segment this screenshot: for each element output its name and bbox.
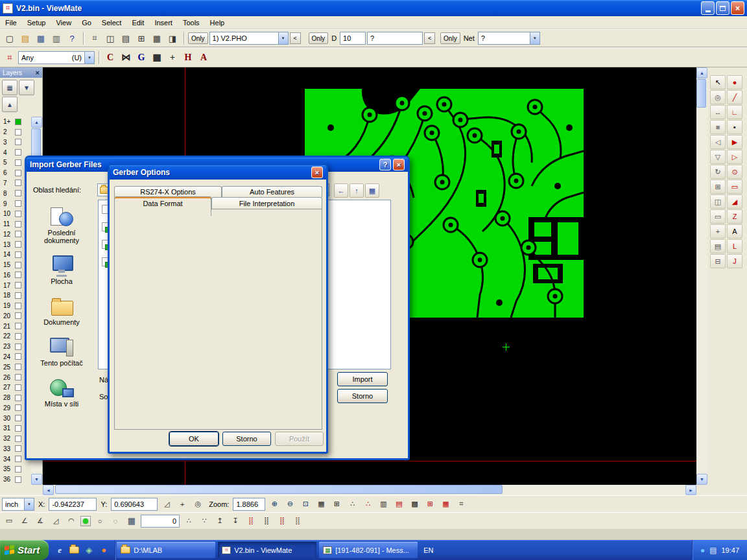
import-button[interactable]: Import [337, 372, 388, 386]
tab-auto-features[interactable]: Auto Features [222, 186, 322, 197]
pads-dots-red-icon[interactable]: ∴ [361, 497, 375, 511]
scroll-down-icon[interactable]: ▼ [31, 474, 42, 485]
menu-item[interactable]: Tools [178, 16, 205, 29]
scroll-up-icon[interactable]: ▲ [31, 117, 42, 128]
mirror-view-icon[interactable]: ◨ [165, 31, 180, 45]
draw-triangle-icon[interactable]: ▷ [727, 150, 742, 164]
layer-row[interactable]: 36 [0, 474, 31, 485]
layer-color-swatch[interactable] [15, 129, 21, 135]
rotate-icon[interactable]: ↻ [710, 165, 726, 179]
angle-icon[interactable]: ∠ [18, 514, 32, 528]
anchor-up-icon[interactable]: ↥ [213, 514, 227, 528]
menu-item[interactable]: File [0, 16, 22, 29]
layer-color-swatch[interactable] [15, 476, 21, 483]
layer-color-swatch[interactable] [15, 180, 21, 186]
layer-color-swatch[interactable] [15, 353, 21, 360]
pattern-b-icon[interactable]: ▤ [392, 497, 406, 511]
layer-up-button[interactable]: ▲ [2, 97, 18, 112]
layer-color-swatch[interactable] [15, 312, 21, 319]
layer-color-swatch[interactable] [15, 323, 21, 329]
diag-measure-icon[interactable]: ◿ [49, 514, 63, 528]
tab-rs274x-options[interactable]: RS274-X Options [114, 186, 222, 197]
layer-color-swatch[interactable] [15, 466, 21, 472]
draw-arrow-icon[interactable]: ▶ [727, 135, 742, 149]
draw-polyline-icon[interactable]: ∟ [727, 105, 742, 119]
menu-item[interactable]: Go [77, 16, 97, 29]
net-select[interactable]: ?▼ [478, 32, 540, 45]
close-button[interactable]: × [731, 1, 744, 15]
layer-pattern-icon[interactable]: ⌗ [3, 51, 17, 65]
status-light-icon[interactable] [80, 516, 91, 526]
tile-dark-mix-icon[interactable]: ⣿ [290, 514, 305, 528]
chevron-down-icon[interactable]: ▼ [84, 52, 94, 64]
target-icon[interactable]: ◎ [191, 497, 205, 511]
ruler-icon[interactable]: ▭ [2, 514, 16, 528]
layer-color-swatch[interactable] [15, 231, 21, 237]
draw-line-icon[interactable]: ╱ [727, 90, 742, 104]
layer-color-swatch[interactable] [15, 436, 21, 442]
close-icon[interactable]: × [311, 167, 323, 178]
j-shape-tool-icon[interactable]: J [727, 254, 742, 268]
layer-color-swatch[interactable] [15, 425, 21, 432]
restore-button[interactable] [716, 1, 729, 15]
layer-select[interactable]: 1) V2.PHO▼ [209, 32, 289, 45]
layer-color-swatch[interactable] [15, 159, 21, 166]
horizontal-scrollbar[interactable]: ◄ ► [43, 485, 696, 495]
layer-row[interactable]: 35 [0, 464, 31, 474]
layer-color-swatch[interactable] [15, 282, 21, 288]
layer-color-swatch[interactable] [15, 221, 21, 228]
pattern-c-icon[interactable]: ▩ [407, 497, 421, 511]
highlight-h-button[interactable]: H [181, 51, 195, 65]
place-desktop[interactable]: Plocha [32, 250, 91, 290]
zoom-out-icon[interactable]: ⊖ [283, 497, 297, 511]
grid-coarse-icon[interactable]: ⊞ [329, 497, 344, 511]
crosshair-toggle-button[interactable]: + [165, 51, 180, 65]
zoom-window-icon[interactable]: ⊡ [298, 497, 313, 511]
draw-point-icon[interactable]: ● [727, 75, 742, 89]
inspect-icon[interactable]: ◎ [710, 90, 726, 104]
chevron-down-icon[interactable]: ▼ [278, 32, 288, 44]
layers-icon[interactable]: ▤ [710, 239, 726, 253]
tab-file-interpretation[interactable]: File Interpretation [211, 197, 322, 209]
text-tool-icon[interactable]: A [727, 224, 742, 239]
clock[interactable]: 19:47 [721, 546, 739, 554]
anchor-down-icon[interactable]: ↧ [228, 514, 243, 528]
tile-black-dots-icon[interactable]: ⣿ [259, 514, 274, 528]
layer-color-swatch[interactable] [15, 292, 21, 299]
x-coordinate[interactable]: -0.942237 [49, 498, 97, 511]
grid-settings-icon[interactable]: ⊞ [134, 31, 148, 45]
layer-color-swatch[interactable] [15, 445, 21, 452]
only-dcode-toggle[interactable]: Only [309, 32, 329, 44]
layer-row[interactable]: 1+ [0, 117, 31, 127]
vertical-scrollbar[interactable]: ▲ ▼ [696, 67, 707, 485]
show-desktop-icon[interactable]: ◈ [84, 543, 94, 557]
y-coordinate[interactable]: 0.690643 [111, 498, 158, 511]
chevron-down-icon[interactable]: ▼ [24, 498, 34, 510]
open-file-icon[interactable]: ▤ [18, 31, 32, 45]
ok-button[interactable]: OK [169, 432, 219, 446]
dcode-c-button[interactable]: C [103, 51, 117, 65]
aperture-list-icon[interactable]: ⌗ [88, 31, 102, 45]
origin-icon[interactable]: + [710, 224, 726, 239]
layer-color-swatch[interactable] [15, 200, 21, 207]
layer-color-swatch[interactable] [15, 119, 21, 125]
collapse-icon[interactable]: ⊟ [710, 254, 726, 268]
chevron-down-icon[interactable]: ▼ [530, 32, 540, 44]
pattern-d-icon[interactable]: ⊞ [423, 497, 437, 511]
zoom-value[interactable]: 1.8866 [233, 498, 265, 511]
draw-circle-icon[interactable]: ⊙ [727, 165, 742, 179]
layer-row[interactable]: 3 [0, 137, 31, 148]
mirror-y-icon[interactable]: ▽ [710, 150, 726, 164]
cancel-button[interactable]: Storno [337, 389, 388, 403]
l-shape-tool-icon[interactable]: L [727, 239, 742, 253]
layer-color-swatch[interactable] [15, 456, 21, 462]
only-layer-toggle[interactable]: Only [188, 32, 208, 44]
grid-table-icon[interactable]: ▦ [124, 514, 139, 528]
taskbar-task-viewmate[interactable]: ⌗ V2.bin - ViewMate [218, 542, 316, 558]
only-net-toggle[interactable]: Only [440, 32, 460, 44]
menu-item[interactable]: Edit [126, 16, 149, 29]
origin-cross-icon[interactable]: + [175, 497, 189, 511]
up-folder-icon[interactable]: ↑ [350, 183, 364, 198]
pattern-a-icon[interactable]: ▥ [376, 497, 390, 511]
im-status-icon[interactable]: ● [700, 546, 705, 555]
